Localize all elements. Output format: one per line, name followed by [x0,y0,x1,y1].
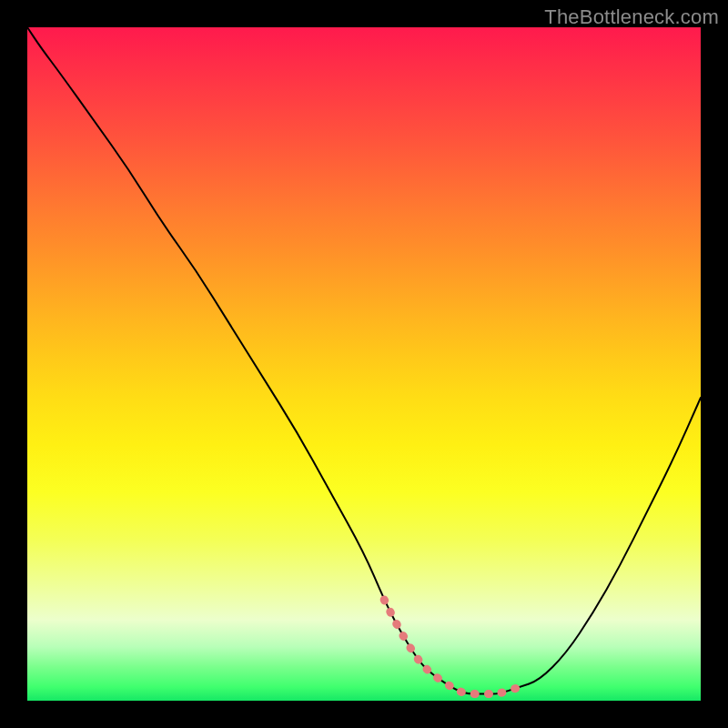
curve-path [27,27,701,694]
bottleneck-curve [27,27,701,701]
curve-highlight [384,600,519,694]
chart-frame: TheBottleneck.com [0,0,728,728]
watermark-text: TheBottleneck.com [544,5,719,29]
plot-area [27,27,701,701]
